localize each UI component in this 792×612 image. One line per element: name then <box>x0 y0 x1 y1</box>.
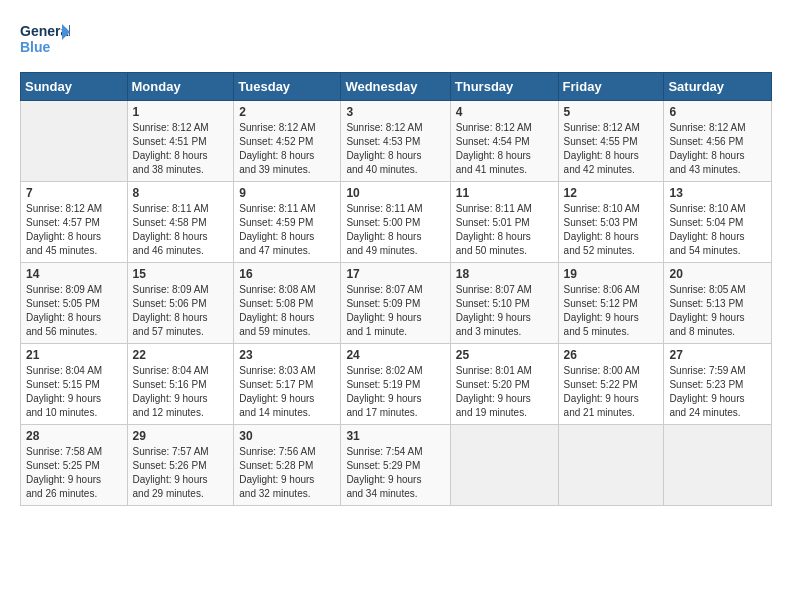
day-number: 31 <box>346 429 444 443</box>
day-info: Sunrise: 7:58 AM Sunset: 5:25 PM Dayligh… <box>26 445 122 501</box>
day-number: 17 <box>346 267 444 281</box>
day-cell <box>664 425 772 506</box>
day-number: 5 <box>564 105 659 119</box>
day-number: 16 <box>239 267 335 281</box>
day-cell: 2Sunrise: 8:12 AM Sunset: 4:52 PM Daylig… <box>234 101 341 182</box>
day-info: Sunrise: 8:11 AM Sunset: 5:01 PM Dayligh… <box>456 202 553 258</box>
day-number: 11 <box>456 186 553 200</box>
day-info: Sunrise: 7:56 AM Sunset: 5:28 PM Dayligh… <box>239 445 335 501</box>
day-cell: 26Sunrise: 8:00 AM Sunset: 5:22 PM Dayli… <box>558 344 664 425</box>
day-number: 4 <box>456 105 553 119</box>
day-cell: 22Sunrise: 8:04 AM Sunset: 5:16 PM Dayli… <box>127 344 234 425</box>
day-info: Sunrise: 8:05 AM Sunset: 5:13 PM Dayligh… <box>669 283 766 339</box>
day-info: Sunrise: 8:12 AM Sunset: 4:51 PM Dayligh… <box>133 121 229 177</box>
day-cell: 3Sunrise: 8:12 AM Sunset: 4:53 PM Daylig… <box>341 101 450 182</box>
day-cell: 30Sunrise: 7:56 AM Sunset: 5:28 PM Dayli… <box>234 425 341 506</box>
calendar-table: SundayMondayTuesdayWednesdayThursdayFrid… <box>20 72 772 506</box>
day-info: Sunrise: 8:12 AM Sunset: 4:56 PM Dayligh… <box>669 121 766 177</box>
week-row-3: 14Sunrise: 8:09 AM Sunset: 5:05 PM Dayli… <box>21 263 772 344</box>
day-info: Sunrise: 8:11 AM Sunset: 5:00 PM Dayligh… <box>346 202 444 258</box>
day-cell: 20Sunrise: 8:05 AM Sunset: 5:13 PM Dayli… <box>664 263 772 344</box>
day-number: 8 <box>133 186 229 200</box>
day-number: 22 <box>133 348 229 362</box>
day-cell: 1Sunrise: 8:12 AM Sunset: 4:51 PM Daylig… <box>127 101 234 182</box>
day-cell: 13Sunrise: 8:10 AM Sunset: 5:04 PM Dayli… <box>664 182 772 263</box>
day-number: 20 <box>669 267 766 281</box>
day-cell: 29Sunrise: 7:57 AM Sunset: 5:26 PM Dayli… <box>127 425 234 506</box>
day-cell: 12Sunrise: 8:10 AM Sunset: 5:03 PM Dayli… <box>558 182 664 263</box>
day-cell: 28Sunrise: 7:58 AM Sunset: 5:25 PM Dayli… <box>21 425 128 506</box>
day-cell: 27Sunrise: 7:59 AM Sunset: 5:23 PM Dayli… <box>664 344 772 425</box>
day-number: 19 <box>564 267 659 281</box>
header-row: SundayMondayTuesdayWednesdayThursdayFrid… <box>21 73 772 101</box>
day-number: 1 <box>133 105 229 119</box>
col-header-monday: Monday <box>127 73 234 101</box>
day-info: Sunrise: 8:08 AM Sunset: 5:08 PM Dayligh… <box>239 283 335 339</box>
svg-text:Blue: Blue <box>20 39 51 55</box>
day-info: Sunrise: 8:09 AM Sunset: 5:05 PM Dayligh… <box>26 283 122 339</box>
day-cell: 4Sunrise: 8:12 AM Sunset: 4:54 PM Daylig… <box>450 101 558 182</box>
day-number: 7 <box>26 186 122 200</box>
day-info: Sunrise: 8:11 AM Sunset: 4:58 PM Dayligh… <box>133 202 229 258</box>
day-info: Sunrise: 8:12 AM Sunset: 4:57 PM Dayligh… <box>26 202 122 258</box>
day-number: 18 <box>456 267 553 281</box>
header: General Blue <box>20 18 772 60</box>
day-number: 14 <box>26 267 122 281</box>
day-number: 10 <box>346 186 444 200</box>
week-row-4: 21Sunrise: 8:04 AM Sunset: 5:15 PM Dayli… <box>21 344 772 425</box>
day-number: 24 <box>346 348 444 362</box>
day-info: Sunrise: 8:10 AM Sunset: 5:03 PM Dayligh… <box>564 202 659 258</box>
col-header-sunday: Sunday <box>21 73 128 101</box>
day-info: Sunrise: 8:03 AM Sunset: 5:17 PM Dayligh… <box>239 364 335 420</box>
day-number: 30 <box>239 429 335 443</box>
day-info: Sunrise: 8:00 AM Sunset: 5:22 PM Dayligh… <box>564 364 659 420</box>
day-info: Sunrise: 8:12 AM Sunset: 4:55 PM Dayligh… <box>564 121 659 177</box>
day-info: Sunrise: 8:04 AM Sunset: 5:15 PM Dayligh… <box>26 364 122 420</box>
day-cell: 9Sunrise: 8:11 AM Sunset: 4:59 PM Daylig… <box>234 182 341 263</box>
day-number: 13 <box>669 186 766 200</box>
day-cell: 21Sunrise: 8:04 AM Sunset: 5:15 PM Dayli… <box>21 344 128 425</box>
day-number: 27 <box>669 348 766 362</box>
day-number: 9 <box>239 186 335 200</box>
day-cell: 19Sunrise: 8:06 AM Sunset: 5:12 PM Dayli… <box>558 263 664 344</box>
week-row-1: 1Sunrise: 8:12 AM Sunset: 4:51 PM Daylig… <box>21 101 772 182</box>
day-info: Sunrise: 8:11 AM Sunset: 4:59 PM Dayligh… <box>239 202 335 258</box>
week-row-2: 7Sunrise: 8:12 AM Sunset: 4:57 PM Daylig… <box>21 182 772 263</box>
day-info: Sunrise: 7:59 AM Sunset: 5:23 PM Dayligh… <box>669 364 766 420</box>
day-info: Sunrise: 8:01 AM Sunset: 5:20 PM Dayligh… <box>456 364 553 420</box>
col-header-wednesday: Wednesday <box>341 73 450 101</box>
day-number: 12 <box>564 186 659 200</box>
day-cell: 10Sunrise: 8:11 AM Sunset: 5:00 PM Dayli… <box>341 182 450 263</box>
day-cell: 8Sunrise: 8:11 AM Sunset: 4:58 PM Daylig… <box>127 182 234 263</box>
day-cell: 7Sunrise: 8:12 AM Sunset: 4:57 PM Daylig… <box>21 182 128 263</box>
day-cell: 24Sunrise: 8:02 AM Sunset: 5:19 PM Dayli… <box>341 344 450 425</box>
day-cell: 25Sunrise: 8:01 AM Sunset: 5:20 PM Dayli… <box>450 344 558 425</box>
day-cell: 14Sunrise: 8:09 AM Sunset: 5:05 PM Dayli… <box>21 263 128 344</box>
day-cell: 18Sunrise: 8:07 AM Sunset: 5:10 PM Dayli… <box>450 263 558 344</box>
day-cell: 17Sunrise: 8:07 AM Sunset: 5:09 PM Dayli… <box>341 263 450 344</box>
main-container: General Blue SundayMondayTuesdayWednesda… <box>0 0 792 516</box>
day-cell <box>558 425 664 506</box>
day-cell: 6Sunrise: 8:12 AM Sunset: 4:56 PM Daylig… <box>664 101 772 182</box>
day-cell: 5Sunrise: 8:12 AM Sunset: 4:55 PM Daylig… <box>558 101 664 182</box>
day-number: 2 <box>239 105 335 119</box>
col-header-saturday: Saturday <box>664 73 772 101</box>
day-number: 25 <box>456 348 553 362</box>
day-info: Sunrise: 8:07 AM Sunset: 5:09 PM Dayligh… <box>346 283 444 339</box>
day-info: Sunrise: 8:10 AM Sunset: 5:04 PM Dayligh… <box>669 202 766 258</box>
day-info: Sunrise: 8:12 AM Sunset: 4:54 PM Dayligh… <box>456 121 553 177</box>
day-info: Sunrise: 7:54 AM Sunset: 5:29 PM Dayligh… <box>346 445 444 501</box>
logo: General Blue <box>20 18 70 60</box>
day-cell: 11Sunrise: 8:11 AM Sunset: 5:01 PM Dayli… <box>450 182 558 263</box>
day-number: 26 <box>564 348 659 362</box>
day-number: 28 <box>26 429 122 443</box>
logo-svg: General Blue <box>20 18 70 60</box>
col-header-friday: Friday <box>558 73 664 101</box>
day-number: 3 <box>346 105 444 119</box>
day-info: Sunrise: 8:02 AM Sunset: 5:19 PM Dayligh… <box>346 364 444 420</box>
day-cell: 16Sunrise: 8:08 AM Sunset: 5:08 PM Dayli… <box>234 263 341 344</box>
day-info: Sunrise: 8:04 AM Sunset: 5:16 PM Dayligh… <box>133 364 229 420</box>
day-info: Sunrise: 8:12 AM Sunset: 4:53 PM Dayligh… <box>346 121 444 177</box>
day-number: 6 <box>669 105 766 119</box>
day-cell: 15Sunrise: 8:09 AM Sunset: 5:06 PM Dayli… <box>127 263 234 344</box>
